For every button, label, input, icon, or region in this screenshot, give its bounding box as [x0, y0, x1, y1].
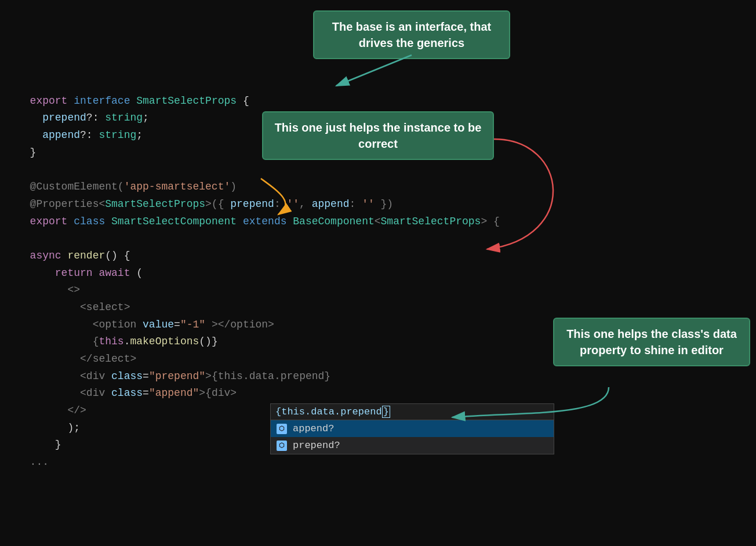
callout-bottom-box: This one helps the class's data property…	[553, 318, 750, 366]
autocomplete-item-prepend[interactable]: ⬡ prepend?	[271, 437, 554, 454]
cube-icon: ⬡	[277, 424, 287, 434]
cube-icon-2: ⬡	[277, 441, 287, 451]
autocomplete-popup: {this.data.prepend} ⬡ append? ⬡ prepend?	[270, 403, 554, 454]
autocomplete-input: {this.data.prepend}	[271, 404, 554, 420]
autocomplete-label-prepend: prepend?	[293, 440, 340, 451]
callout-top-box: The base is an interface, that drives th…	[313, 10, 510, 59]
autocomplete-item-append[interactable]: ⬡ append?	[271, 420, 554, 437]
autocomplete-label-append: append?	[293, 423, 334, 434]
